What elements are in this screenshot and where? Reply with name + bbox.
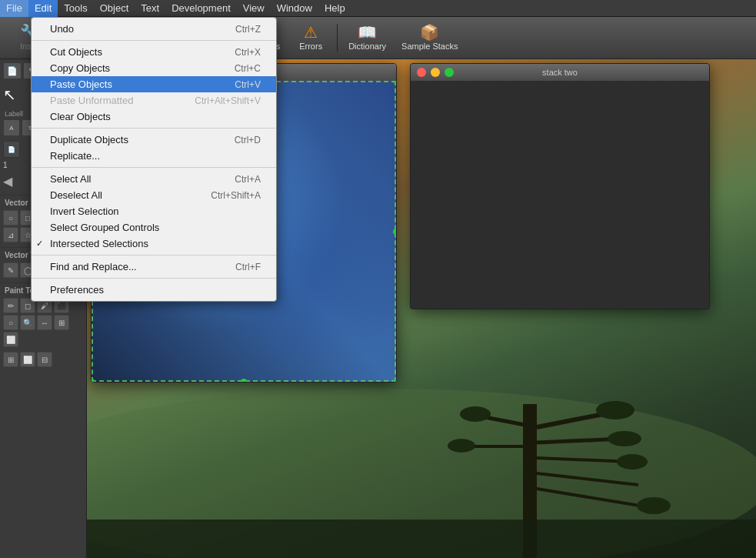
- menu-sep-2: [32, 128, 276, 129]
- menu-item-cut[interactable]: Cut Objects Ctrl+X: [32, 44, 276, 60]
- menu-sep-4: [32, 255, 276, 256]
- paint-tools-row-2: ⊞ ⬜ ⊟: [0, 350, 86, 369]
- menu-item-find-replace-label: Find and Replace...: [50, 261, 137, 272]
- main-cursor-icon: ↖: [3, 85, 16, 104]
- menu-item-paste-label: Paste Objects: [50, 79, 112, 90]
- menu-file[interactable]: File: [0, 0, 28, 17]
- menu-item-copy[interactable]: Copy Objects Ctrl+C: [32, 60, 276, 76]
- menu-item-intersected[interactable]: ✓ Intersected Selections: [32, 236, 276, 252]
- handle-bc[interactable]: [241, 379, 247, 382]
- menu-development[interactable]: Development: [165, 0, 237, 17]
- menu-item-select-grouped[interactable]: Select Grouped Controls: [32, 219, 276, 236]
- menu-item-clear[interactable]: Clear Objects: [32, 109, 276, 125]
- vector-tool-pen[interactable]: ✎: [3, 262, 18, 278]
- menu-item-invert-selection-label: Invert Selection: [50, 205, 119, 217]
- stack-2-title: stack two: [542, 68, 578, 77]
- menu-item-undo-shortcut: Ctrl+Z: [235, 24, 261, 35]
- close-btn-2[interactable]: [417, 68, 426, 77]
- menu-item-clear-label: Clear Objects: [50, 111, 111, 122]
- toolbar-dictionary-btn[interactable]: 📖 Dictionary: [341, 20, 394, 55]
- menu-sep-3: [32, 167, 276, 168]
- menu-item-select-all[interactable]: Select All Ctrl+A: [32, 171, 276, 187]
- svg-point-26: [324, 142, 331, 150]
- handle-mr[interactable]: [393, 229, 396, 235]
- paint-tool-move[interactable]: ↔: [37, 315, 52, 330]
- menu-sep-1: [32, 40, 276, 41]
- menu-object[interactable]: Object: [94, 0, 135, 17]
- menu-text[interactable]: Text: [135, 0, 165, 17]
- paint-tools-row: ✏ ◻ 🖌 ⬛ ○ 🔍 ↔ ⊞ ⬜: [0, 296, 86, 349]
- errors-icon: ⚠: [304, 25, 318, 40]
- menu-item-select-all-label: Select All: [50, 173, 91, 185]
- handle-br[interactable]: [393, 379, 396, 382]
- menu-item-select-all-shortcut: Ctrl+A: [235, 174, 261, 185]
- menu-item-copy-shortcut: Ctrl+C: [235, 63, 261, 74]
- menu-view[interactable]: View: [237, 0, 271, 17]
- paint-tool-eraser[interactable]: ○: [3, 315, 18, 330]
- menu-item-duplicate-shortcut: Ctrl+D: [235, 135, 261, 145]
- menu-item-invert-selection[interactable]: Invert Selection: [32, 203, 276, 219]
- paint-tool-extra2[interactable]: ⬜: [20, 352, 35, 367]
- menu-item-duplicate[interactable]: Duplicate Objects Ctrl+D: [32, 132, 276, 148]
- menu-item-paste-unformatted-label: Paste Unformatted: [50, 95, 133, 106]
- menu-item-paste-unformatted-shortcut: Ctrl+Alt+Shift+V: [195, 95, 261, 106]
- menu-help[interactable]: Help: [318, 0, 351, 17]
- toolbar-dictionary-label: Dictionary: [348, 42, 386, 51]
- menu-item-copy-label: Copy Objects: [50, 62, 110, 74]
- menu-item-cut-shortcut: Ctrl+X: [235, 47, 261, 58]
- svg-point-28: [324, 280, 331, 288]
- paint-tool-zoom[interactable]: 🔍: [20, 315, 35, 330]
- toolbar-sample-stacks-btn[interactable]: 📦 Sample Stacks: [394, 20, 465, 55]
- menubar: File Edit Tools Object Text Development …: [0, 0, 756, 17]
- paint-tool-pencil[interactable]: ✏: [3, 298, 18, 313]
- menu-item-deselect-all-label: Deselect All: [50, 189, 102, 201]
- menu-item-paste-unformatted: Paste Unformatted Ctrl+Alt+Shift+V: [32, 92, 276, 109]
- menu-item-paste-shortcut: Ctrl+V: [235, 79, 261, 90]
- shape-tool-ellipse[interactable]: ○: [3, 210, 18, 226]
- stack-window-2[interactable]: stack two: [410, 63, 710, 309]
- svg-text:Y FORD: Y FORD: [335, 198, 396, 222]
- svg-rect-24: [290, 123, 305, 150]
- min-btn-2[interactable]: [431, 68, 440, 77]
- menu-sep-5: [32, 278, 276, 279]
- edit-dropdown-menu: Undo Ctrl+Z Cut Objects Ctrl+X Copy Obje…: [31, 17, 277, 302]
- menu-item-find-replace[interactable]: Find and Replace... Ctrl+F: [32, 259, 276, 275]
- sample-stacks-icon: 📦: [420, 25, 439, 40]
- menu-edit[interactable]: Edit: [28, 0, 58, 17]
- menu-item-deselect-all-shortcut: Ctrl+Shift+A: [211, 190, 261, 201]
- menu-item-paste[interactable]: Paste Objects Ctrl+V: [32, 76, 276, 92]
- handle-tr[interactable]: [393, 81, 396, 84]
- handle-bl[interactable]: [92, 379, 95, 382]
- sidebar-tool-1[interactable]: 📄: [3, 62, 22, 79]
- toolbar-sep-4: [337, 24, 338, 52]
- menu-item-cut-label: Cut Objects: [50, 46, 102, 58]
- menu-item-find-replace-shortcut: Ctrl+F: [235, 262, 261, 272]
- menu-item-preferences-label: Preferences: [50, 284, 104, 296]
- menu-window[interactable]: Window: [271, 0, 318, 17]
- sidebar-num-item[interactable]: 📄: [3, 141, 20, 158]
- toolbar-errors-label: Errors: [299, 42, 322, 51]
- stack-2-titlebar: stack two: [411, 64, 709, 81]
- max-btn-2[interactable]: [445, 68, 454, 77]
- paint-tool-extra3[interactable]: ⊟: [37, 352, 52, 367]
- menu-item-duplicate-label: Duplicate Objects: [50, 134, 128, 145]
- menu-item-undo-label: Undo: [50, 23, 74, 35]
- menu-item-deselect-all[interactable]: Deselect All Ctrl+Shift+A: [32, 187, 276, 203]
- sidebar-collapse-btn[interactable]: ◀: [3, 174, 12, 189]
- stack-2-content: [411, 81, 709, 309]
- paint-tool-lasso[interactable]: ⬜: [3, 332, 18, 347]
- menu-tools[interactable]: Tools: [58, 0, 93, 17]
- menu-item-preferences[interactable]: Preferences: [32, 282, 276, 298]
- dictionary-icon: 📖: [358, 25, 377, 40]
- menu-item-intersected-label: Intersected Selections: [50, 238, 148, 249]
- paint-tool-select[interactable]: ⊞: [54, 315, 69, 330]
- menu-item-replicate-label: Replicate...: [50, 150, 100, 162]
- toolbar-sample-stacks-label: Sample Stacks: [401, 42, 458, 51]
- sidebar-label-btn[interactable]: A: [3, 119, 20, 136]
- shape-tool-triangle[interactable]: ⊿: [3, 227, 18, 242]
- paint-tool-extra1[interactable]: ⊞: [3, 352, 18, 367]
- menu-item-replicate[interactable]: Replicate...: [32, 148, 276, 164]
- toolbar-errors-btn[interactable]: ⚠ Errors: [288, 20, 334, 55]
- menu-item-undo[interactable]: Undo Ctrl+Z: [32, 21, 276, 37]
- menu-item-select-grouped-label: Select Grouped Controls: [50, 222, 159, 233]
